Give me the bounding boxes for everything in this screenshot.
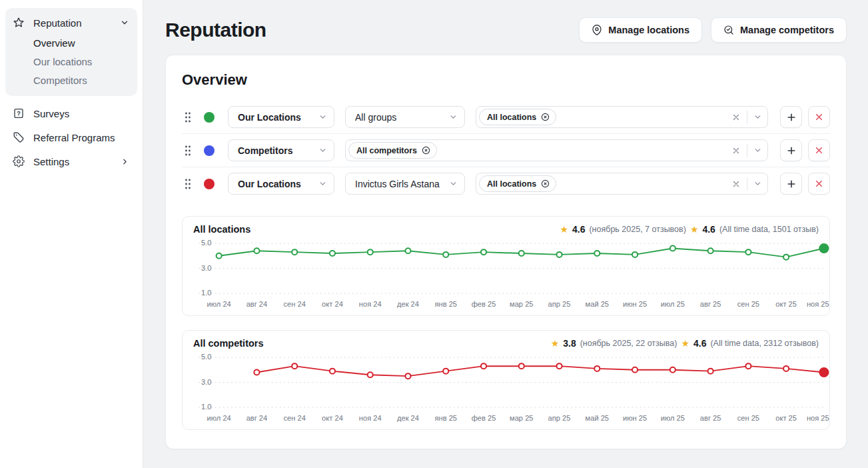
gear-icon: [13, 155, 25, 167]
remove-filter-button[interactable]: [808, 106, 830, 128]
manage-locations-label: Manage locations: [608, 25, 689, 35]
chevron-down-icon[interactable]: [753, 113, 762, 121]
series-color-dot[interactable]: [204, 145, 215, 156]
drag-handle-icon[interactable]: [185, 179, 191, 189]
svg-text:фев 25: фев 25: [472, 300, 496, 308]
add-filter-button[interactable]: [780, 139, 802, 161]
competitors-multiselect[interactable]: All competitors: [345, 139, 768, 161]
svg-text:1.0: 1.0: [201, 403, 211, 411]
svg-text:апр 25: апр 25: [548, 300, 571, 308]
location-group-select[interactable]: Invictus Girls Astana: [345, 173, 465, 195]
svg-text:5.0: 5.0: [201, 353, 211, 361]
manage-locations-button[interactable]: Manage locations: [579, 17, 702, 43]
svg-text:авг 24: авг 24: [246, 414, 268, 422]
sidebar-item-competitors[interactable]: Competitors: [11, 71, 132, 89]
chart-title: All locations: [193, 224, 250, 235]
clear-icon[interactable]: [731, 146, 741, 155]
chart-stats: ★ 4.6 (ноябрь 2025, 7 отзывов) ★ 4.6 (Al…: [560, 224, 819, 235]
chevron-down-icon: [313, 146, 327, 155]
remove-filter-button[interactable]: [808, 139, 830, 161]
locations-multiselect[interactable]: All locations: [476, 173, 768, 195]
chip-remove-icon[interactable]: [540, 179, 550, 189]
svg-text:июн 25: июн 25: [623, 300, 647, 308]
sidebar-item-reputation[interactable]: Reputation: [11, 12, 132, 33]
remove-filter-button[interactable]: [808, 173, 830, 195]
svg-text:июл 25: июл 25: [661, 300, 685, 308]
svg-text:мар 25: мар 25: [510, 414, 533, 422]
chevron-down-icon[interactable]: [753, 179, 762, 188]
clear-icon[interactable]: [731, 179, 741, 189]
add-filter-button[interactable]: [780, 106, 802, 128]
svg-text:5.0: 5.0: [201, 239, 211, 247]
svg-text:окт 24: окт 24: [322, 300, 343, 308]
clear-icon[interactable]: [731, 113, 741, 122]
svg-text:сен 24: сен 24: [284, 414, 306, 422]
svg-text:сен 24: сен 24: [284, 300, 306, 308]
chevron-right-icon: [121, 157, 129, 166]
filter-row: Our Locations All groups All locations: [182, 106, 830, 128]
chip-remove-icon[interactable]: [421, 145, 431, 155]
star-icon: [13, 17, 25, 29]
sidebar-item-settings[interactable]: Settings: [5, 149, 137, 173]
all-competitors-chart-card: All competitors ★ 3.8 (ноябрь 2025, 22 о…: [182, 330, 830, 430]
survey-doc-icon: ?: [13, 107, 25, 119]
rating-alltime: 4.6: [702, 224, 715, 235]
sidebar-item-referral-programs[interactable]: Referral Programs: [5, 125, 137, 149]
svg-text:сен 25: сен 25: [737, 414, 759, 422]
chip-remove-icon[interactable]: [540, 112, 550, 122]
locations-multiselect[interactable]: All locations: [476, 106, 768, 128]
svg-text:июл 25: июл 25: [661, 414, 685, 422]
tag-icon: [13, 131, 25, 143]
add-filter-button[interactable]: [780, 173, 802, 195]
group-select[interactable]: All groups: [345, 106, 465, 128]
svg-text:дек 24: дек 24: [397, 300, 419, 308]
chevron-down-icon: [444, 179, 458, 188]
svg-text:окт 24: окт 24: [322, 414, 343, 422]
series-color-dot[interactable]: [204, 179, 215, 189]
sidebar-item-overview[interactable]: Overview: [11, 33, 132, 52]
series-color-dot[interactable]: [204, 112, 215, 123]
svg-text:янв 25: янв 25: [435, 300, 458, 308]
star-icon: ★: [560, 225, 568, 234]
selection-chip: All locations: [479, 109, 556, 125]
svg-text:дек 24: дек 24: [397, 414, 419, 422]
drag-handle-icon[interactable]: [185, 145, 191, 156]
drag-handle-icon[interactable]: [185, 112, 191, 123]
source-select[interactable]: Our Locations: [228, 173, 334, 195]
sidebar-item-surveys[interactable]: ? Surveys: [5, 101, 137, 125]
chevron-down-icon: [444, 113, 458, 121]
rating-alltime: 4.6: [693, 338, 706, 349]
svg-text:3.0: 3.0: [201, 264, 211, 272]
svg-text:ноя 25: ноя 25: [807, 414, 829, 422]
chevron-down-icon[interactable]: [753, 146, 762, 155]
all-competitors-line-chart: 5.03.01.0июл 24авг 24сен 24окт 24ноя 24д…: [183, 351, 829, 425]
svg-text:май 25: май 25: [586, 414, 609, 422]
manage-competitors-button[interactable]: Manage competitors: [711, 17, 847, 43]
chevron-down-icon: [120, 18, 129, 27]
row-divider: [182, 167, 830, 167]
svg-text:авг 24: авг 24: [246, 300, 268, 308]
sidebar-item-label: Referral Programs: [33, 132, 115, 143]
star-icon: ★: [681, 339, 689, 348]
divider: [747, 177, 747, 191]
all-locations-line-chart: 5.03.01.0июл 24авг 24сен 24окт 24ноя 24д…: [183, 237, 829, 311]
svg-text:июл 24: июл 24: [207, 414, 231, 422]
svg-text:авг 25: авг 25: [700, 300, 721, 308]
svg-text:июл 24: июл 24: [207, 300, 231, 308]
svg-text:ноя 25: ноя 25: [807, 300, 829, 308]
manage-competitors-label: Manage competitors: [740, 25, 834, 35]
sidebar-item-our-locations[interactable]: Our locations: [11, 52, 132, 71]
rating-alltime-note: (All time data, 1501 отзыв): [719, 225, 819, 234]
row-divider: [182, 133, 830, 134]
map-pin-icon: [592, 25, 602, 35]
overview-title: Overview: [182, 71, 830, 89]
sidebar-item-label: Reputation: [33, 17, 82, 29]
divider: [747, 144, 747, 157]
source-select[interactable]: Competitors: [228, 139, 334, 161]
svg-text:янв 25: янв 25: [435, 414, 458, 422]
rating-current-note: (ноябрь 2025, 22 отзыва): [580, 339, 677, 348]
source-select[interactable]: Our Locations: [228, 106, 334, 128]
sidebar-item-label: Surveys: [33, 108, 69, 119]
selection-chip: All competitors: [348, 142, 437, 159]
filter-row: Competitors All competitors: [182, 139, 830, 161]
